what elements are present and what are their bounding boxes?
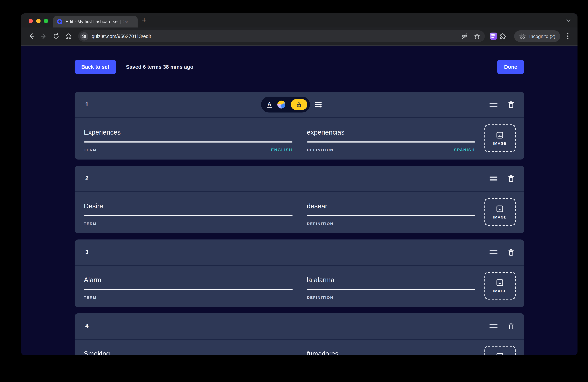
image-icon [496,279,504,287]
incognito-spy-icon [519,33,526,39]
home-button[interactable] [63,31,74,42]
card-number: 3 [85,249,88,255]
tab-title: Edit · My first flashcard set | Q [65,19,124,24]
drag-handle[interactable] [489,249,497,256]
term-label: TERM [84,148,97,152]
browser-toolbar: quizlet.com/956270113/edit [21,27,578,45]
toolbar-separator [508,33,509,39]
definition-label: DEFINITION [307,221,334,226]
term-underline [84,289,292,290]
flashcard-row-2: 2 Desire [74,166,524,233]
definition-input[interactable]: la alarma [307,276,475,284]
image-label: IMAGE [493,215,507,219]
back-button[interactable] [26,31,37,42]
formatting-toolbar: A [261,96,310,113]
card-header: 2 [74,166,524,191]
delete-card-trash-icon[interactable] [507,248,515,256]
card-body: Experiences TERM ENGLISH experiencias [74,118,524,152]
flashcard-row-3: 3 Alarm [74,239,524,307]
delete-card-trash-icon[interactable] [507,174,515,182]
address-bar[interactable]: quizlet.com/956270113/edit [78,30,485,42]
new-tab-button[interactable]: + [142,16,147,24]
term-label: TERM [84,221,97,226]
card-body: Desire TERM desear DEFINITION [74,192,524,226]
image-label: IMAGE [493,289,507,293]
quizlet-edit-page: Back to set Saved 6 terms 38 mins ago Do… [21,46,578,355]
card-list: 1 A [74,92,524,355]
card-body: Alarm TERM la alarma DEFINITION [74,266,524,300]
browser-menu-kebab-icon[interactable] [563,32,572,41]
card-header: 3 [74,239,524,265]
flashcard-row-4: 4 Smoking [74,313,524,355]
extension-purple-icon[interactable] [490,33,497,40]
browser-window: Edit · My first flashcard set | Q × + [21,13,578,355]
flashcard-row-1: 1 A [74,92,524,159]
term-label: TERM [84,295,97,300]
forward-button[interactable] [38,31,49,42]
card-number: 4 [85,323,88,329]
image-label: IMAGE [493,141,507,145]
card-number: 1 [85,101,88,108]
highlight-color-picker-icon[interactable] [277,101,285,109]
tab-close-icon[interactable]: × [125,19,128,24]
bookmark-star-icon[interactable] [473,33,480,40]
image-icon [496,352,504,355]
done-button[interactable]: Done [497,60,524,74]
card-number: 2 [85,175,88,182]
term-underline [84,141,292,143]
screen: Edit · My first flashcard set | Q × + [0,0,588,382]
close-window-button[interactable] [29,19,33,23]
saved-status: Saved 6 terms 38 mins ago [126,64,193,70]
add-row-icon[interactable] [314,101,322,109]
reload-button[interactable] [51,31,62,42]
minimize-window-button[interactable] [36,19,41,23]
tab-search-chevron-icon[interactable] [565,17,572,25]
definition-label: DEFINITION [307,148,334,152]
definition-input[interactable]: experiencias [307,128,475,136]
traffic-lights [29,19,48,23]
add-image-button[interactable]: IMAGE [484,346,515,355]
card-body: Smoking TERM fumadores DEFINITION [74,340,524,355]
term-input[interactable]: Desire [84,202,292,210]
definition-language-badge[interactable]: SPANISH [454,148,475,152]
definition-input[interactable]: desear [307,202,475,210]
term-input[interactable]: Smoking [84,350,292,355]
add-image-button[interactable]: IMAGE [484,124,515,152]
image-icon [496,205,504,213]
definition-label: DEFINITION [307,295,334,300]
image-icon [496,131,504,139]
incognito-label: Incognito (2) [529,34,555,39]
definition-underline [307,215,475,216]
definition-underline [307,289,475,290]
term-input[interactable]: Alarm [84,276,292,284]
lock-icon [296,101,302,108]
delete-card-trash-icon[interactable] [507,322,515,330]
password-eye-off-icon[interactable] [461,33,468,40]
page-header: Back to set Saved 6 terms 38 mins ago Do… [74,60,524,74]
zoom-window-button[interactable] [44,19,48,23]
underline-format-button[interactable]: A [267,101,272,108]
drag-handle[interactable] [489,101,497,108]
add-image-button[interactable]: IMAGE [484,198,515,226]
add-image-button[interactable]: IMAGE [484,272,515,300]
drag-handle[interactable] [489,175,497,182]
site-settings-icon[interactable] [80,32,88,40]
tab-strip: Edit · My first flashcard set | Q × + [21,13,578,27]
card-header: 1 A [74,92,524,117]
incognito-badge: Incognito (2) [514,30,560,42]
delete-card-trash-icon[interactable] [507,101,515,109]
drag-handle[interactable] [489,323,497,329]
term-underline [84,215,292,216]
back-to-set-button[interactable]: Back to set [74,60,116,74]
definition-input[interactable]: fumadores [307,350,475,355]
card-header: 4 [74,313,524,339]
term-language-badge[interactable]: ENGLISH [271,148,292,152]
lock-highlight-button[interactable] [291,99,307,110]
url-text[interactable]: quizlet.com/956270113/edit [92,34,151,39]
definition-underline [307,141,475,143]
browser-tab[interactable]: Edit · My first flashcard set | Q × [53,16,138,27]
term-input[interactable]: Experiences [84,128,292,136]
quizlet-favicon-icon [57,19,63,25]
extensions-puzzle-icon[interactable] [499,33,506,40]
